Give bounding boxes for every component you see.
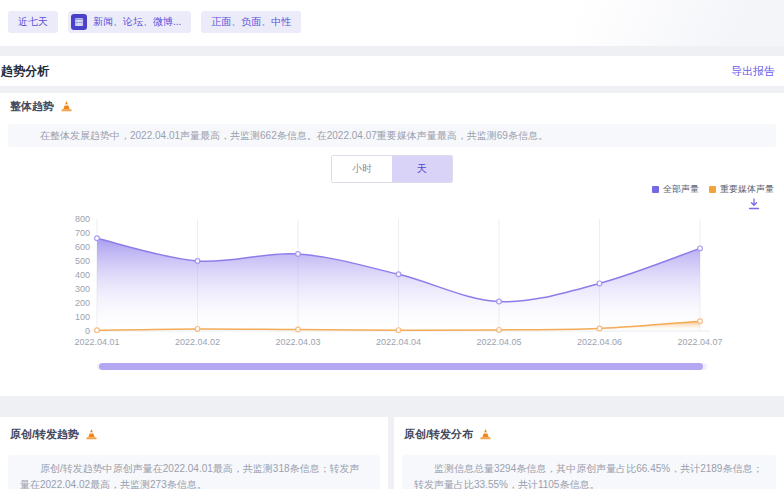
filter-chip-sources-label: 新闻、论坛、微博... [93, 15, 181, 29]
data-point [296, 327, 301, 332]
y-axis-label: 200 [52, 298, 90, 308]
legend-item[interactable]: 重要媒体声量 [709, 183, 774, 196]
data-point [95, 328, 100, 333]
toggle-hour-button[interactable]: 小时 [332, 156, 392, 182]
data-point [497, 327, 502, 332]
data-point [698, 319, 703, 324]
y-axis-label: 300 [52, 284, 90, 294]
filter-bar: 近七天 ▦ 新闻、论坛、微博... 正面、负面、中性 [0, 0, 784, 46]
export-report-link[interactable]: 导出报告 [731, 56, 775, 86]
legend-swatch-icon [652, 186, 659, 193]
cone-icon [85, 428, 98, 441]
original-repost-trend-summary: 原创/转发趋势中原创声量在2022.04.01最高，共监测318条信息；转发声量… [8, 455, 380, 489]
data-point [195, 259, 200, 264]
x-axis-label: 2022.04.01 [57, 337, 137, 347]
toggle-day-button[interactable]: 天 [392, 156, 452, 182]
cone-icon [479, 428, 492, 441]
granularity-toggle: 小时 天 [331, 155, 453, 183]
section-header: 趋势分析 导出报告 [0, 56, 784, 86]
data-point [95, 236, 100, 241]
data-point [597, 326, 602, 331]
original-repost-distribution-card: 原创/转发分布 监测信息总量3294条信息，其中原创声量占比66.45%，共计2… [394, 417, 784, 489]
filter-chips: 近七天 ▦ 新闻、论坛、微博... 正面、负面、中性 [8, 11, 301, 33]
data-point [396, 328, 401, 333]
filter-chip-sources[interactable]: ▦ 新闻、论坛、微博... [68, 11, 191, 33]
x-axis-label: 2022.04.05 [459, 337, 539, 347]
original-repost-distribution-title: 原创/转发分布 [404, 427, 473, 442]
y-axis-label: 600 [52, 242, 90, 252]
trend-area-chart: 01002003004005006007008002022.04.012022.… [0, 211, 784, 357]
original-repost-trend-title: 原创/转发趋势 [10, 427, 79, 442]
y-axis-label: 400 [52, 270, 90, 280]
x-axis-label: 2022.04.07 [660, 337, 740, 347]
overall-trend-card: 整体趋势 在整体发展趋势中，2022.04.01声量最高，共监测662条信息。在… [0, 93, 784, 396]
data-point [195, 327, 200, 332]
y-axis-label: 500 [52, 256, 90, 266]
overall-trend-title: 整体趋势 [10, 99, 54, 114]
data-point [296, 252, 301, 257]
original-repost-distribution-summary: 监测信息总量3294条信息，其中原创声量占比66.45%，共计2189条信息；转… [402, 455, 776, 489]
original-repost-trend-title-row: 原创/转发趋势 [10, 427, 98, 442]
chart-legend: 全部声量重要媒体声量 [652, 183, 774, 196]
original-repost-distribution-title-row: 原创/转发分布 [404, 427, 492, 442]
source-grid-icon: ▦ [71, 14, 87, 30]
legend-swatch-icon [709, 186, 716, 193]
cone-icon [60, 100, 73, 113]
legend-item[interactable]: 全部声量 [652, 183, 699, 196]
filter-chip-time-range[interactable]: 近七天 [8, 11, 58, 33]
y-axis-label: 800 [52, 214, 90, 224]
page: 近七天 ▦ 新闻、论坛、微博... 正面、负面、中性 趋势分析 导出报告 整体趋… [0, 0, 784, 489]
filter-chip-sentiment[interactable]: 正面、负面、中性 [201, 11, 301, 33]
legend-label: 重要媒体声量 [720, 183, 774, 196]
y-axis-label: 700 [52, 228, 90, 238]
x-axis-label: 2022.04.04 [359, 337, 439, 347]
download-icon[interactable] [748, 198, 760, 210]
data-point [698, 246, 703, 251]
legend-label: 全部声量 [663, 183, 699, 196]
datazoom-slider[interactable] [99, 363, 703, 370]
x-axis-label: 2022.04.03 [258, 337, 338, 347]
data-point [597, 281, 602, 286]
datazoom-track[interactable] [97, 363, 707, 370]
data-point [497, 299, 502, 304]
chart-canvas [0, 211, 784, 357]
original-repost-trend-card: 原创/转发趋势 原创/转发趋势中原创声量在2022.04.01最高，共监测318… [0, 417, 388, 489]
overall-trend-title-row: 整体趋势 [10, 99, 73, 114]
overall-trend-summary: 在整体发展趋势中，2022.04.01声量最高，共监测662条信息。在2022.… [8, 124, 776, 147]
x-axis-label: 2022.04.06 [560, 337, 640, 347]
data-point [396, 272, 401, 277]
x-axis-label: 2022.04.02 [158, 337, 238, 347]
page-title: 趋势分析 [1, 56, 49, 86]
y-axis-label: 0 [52, 326, 90, 336]
y-axis-label: 100 [52, 312, 90, 322]
